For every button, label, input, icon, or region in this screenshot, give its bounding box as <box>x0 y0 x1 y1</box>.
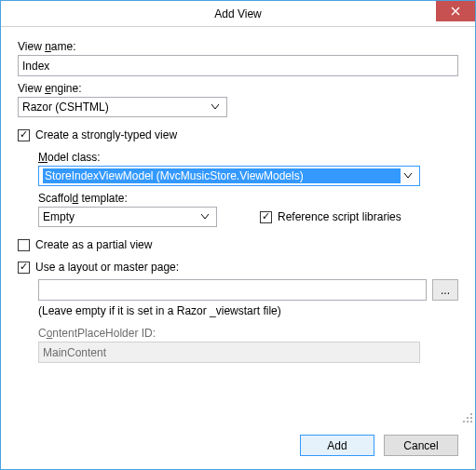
strongly-typed-checkbox[interactable] <box>18 129 30 141</box>
model-class-combo[interactable]: StoreIndexViewModel (MvcMusicStore.ViewM… <box>38 166 420 186</box>
add-button[interactable]: Add <box>300 435 374 456</box>
close-button[interactable] <box>436 1 475 21</box>
strongly-typed-row: Create a strongly-typed view <box>18 128 458 141</box>
use-layout-checkbox[interactable] <box>18 262 30 274</box>
view-engine-combo[interactable]: Razor (CSHTML) <box>18 97 227 117</box>
strongly-typed-label: Create a strongly-typed view <box>35 128 177 141</box>
model-class-label: Model class: <box>38 151 458 164</box>
cph-label: ContentPlaceHolder ID: <box>38 327 458 340</box>
resize-grip[interactable] <box>460 410 473 423</box>
chevron-down-icon <box>208 104 223 110</box>
use-layout-label: Use a layout or master page: <box>35 261 179 274</box>
titlebar: Add View <box>1 1 475 27</box>
view-engine-value: Razor (CSHTML) <box>22 101 208 114</box>
layout-path-input[interactable] <box>38 279 427 301</box>
use-layout-row: Use a layout or master page: <box>18 261 458 274</box>
cph-input <box>38 342 420 363</box>
scaffold-combo[interactable]: Empty <box>38 207 217 227</box>
partial-row: Create as a partial view <box>18 238 458 251</box>
view-engine-label: View engine: <box>18 82 458 95</box>
partial-view-checkbox[interactable] <box>18 239 30 251</box>
ref-scripts-label: Reference script libraries <box>278 210 401 223</box>
chevron-down-icon <box>401 173 415 179</box>
view-name-label: View name: <box>18 40 458 53</box>
ref-scripts-checkbox[interactable] <box>260 211 272 223</box>
window-title: Add View <box>214 7 261 20</box>
dialog-content: View name: View engine: Razor (CSHTML) C… <box>1 27 475 425</box>
browse-button[interactable]: ... <box>432 279 458 301</box>
cancel-button[interactable]: Cancel <box>384 435 458 456</box>
partial-view-label: Create as a partial view <box>35 238 152 251</box>
layout-help-text: (Leave empty if it is set in a Razor _vi… <box>38 304 458 317</box>
view-name-input[interactable] <box>18 55 458 76</box>
close-icon <box>451 7 460 16</box>
scaffold-value: Empty <box>43 210 197 223</box>
chevron-down-icon <box>197 214 212 220</box>
add-view-dialog: Add View View name: View engine: Razor (… <box>0 0 476 470</box>
button-row: Add Cancel <box>1 425 475 469</box>
model-class-value: StoreIndexViewModel (MvcMusicStore.ViewM… <box>43 168 401 183</box>
scaffold-label: Scaffold template: <box>38 192 458 205</box>
